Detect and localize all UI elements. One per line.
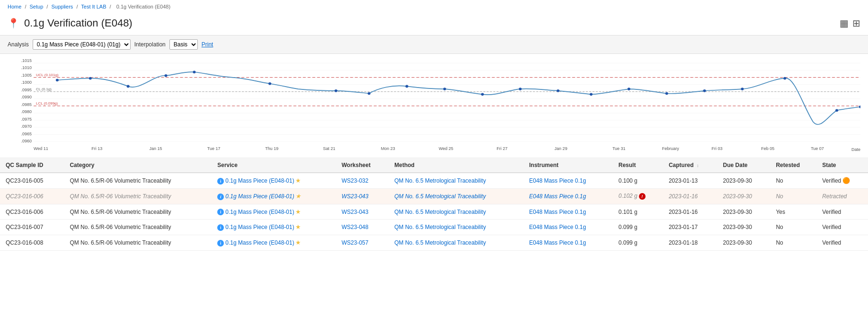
info-icon: i — [217, 178, 224, 185]
cell-due-date: 2023-09-30 — [717, 204, 771, 220]
page-title: 0.1g Verification (E048) — [24, 17, 133, 29]
cell-retested: No — [770, 188, 816, 204]
svg-point-34 — [703, 89, 706, 92]
worksheet-link[interactable]: WS23-043 — [342, 209, 369, 215]
analysis-label: Analysis — [8, 41, 29, 48]
breadcrumb-testit[interactable]: Test It LAB — [81, 4, 106, 9]
method-link[interactable]: QM No. 6.5 Metrological Traceability — [394, 209, 486, 215]
cell-result: 0.102 g! — [613, 188, 663, 204]
svg-point-28 — [481, 93, 484, 96]
analysis-select[interactable]: 0.1g Mass Piece (E048-01) (01g) — [33, 39, 131, 50]
svg-text:LCL (0.099g): LCL (0.099g) — [36, 101, 58, 106]
service-link[interactable]: 0.1g Mass Piece (E048-01) — [225, 239, 294, 246]
info-icon: i — [217, 209, 224, 215]
instrument-link[interactable]: E048 Mass Piece 0.1g — [529, 193, 586, 200]
col-header-qc-sample-id: QC Sample ID — [0, 158, 64, 173]
svg-point-26 — [406, 85, 408, 88]
cell-due-date: 2023-09-30 — [717, 173, 771, 188]
breadcrumb-home[interactable]: Home — [8, 4, 21, 9]
x-axis: Wed 11 Fri 13 Jan 15 Tue 17 Thu 19 Sat 2… — [34, 144, 860, 153]
star-icon: ★ — [295, 208, 301, 215]
table-row: QC23-016-006QM No. 6.5/R-06 Volumetric T… — [0, 204, 868, 220]
method-link[interactable]: QM No. 6.5 Metrological Traceability — [394, 224, 486, 230]
col-header-category: Category — [64, 158, 212, 173]
cell-service: i0.1g Mass Piece (E048-01)★ — [212, 235, 336, 251]
cell-retested: No — [770, 173, 816, 188]
cell-worksheet: WS23-048 — [336, 220, 389, 235]
instrument-link[interactable]: E048 Mass Piece 0.1g — [529, 239, 586, 246]
cell-method: QM No. 6.5 Metrological Traceability — [389, 235, 523, 251]
cell-category: QM No. 6.5/R-06 Volumetric Traceability — [64, 220, 212, 235]
method-link[interactable]: QM No. 6.5 Metrological Traceability — [394, 177, 486, 184]
svg-point-32 — [628, 88, 630, 90]
verified-emoji: 🟠 — [842, 177, 850, 184]
instrument-link[interactable]: E048 Mass Piece 0.1g — [529, 177, 586, 184]
method-link[interactable]: QM No. 6.5 Metrological Traceability — [394, 193, 486, 200]
method-link[interactable]: QM No. 6.5 Metrological Traceability — [394, 239, 486, 246]
cell-instrument: E048 Mass Piece 0.1g — [523, 173, 613, 188]
worksheet-link[interactable]: WS23-057 — [342, 239, 369, 246]
col-header-due-date: Due Date — [717, 158, 771, 173]
barcode-icon[interactable]: ▦ — [840, 18, 849, 29]
cell-worksheet: WS23-043 — [336, 204, 389, 220]
col-header-state: State — [816, 158, 868, 173]
svg-point-23 — [268, 82, 271, 85]
cell-state: Retracted — [816, 188, 868, 204]
warning-icon: ! — [639, 193, 646, 200]
breadcrumb-setup[interactable]: Setup — [30, 4, 44, 9]
service-link[interactable]: 0.1g Mass Piece (E048-01) — [225, 193, 294, 200]
cell-qc-sample-id: QC23-016-006 — [0, 188, 64, 204]
col-header-worksheet: Worksheet — [336, 158, 389, 173]
worksheet-link[interactable]: WS23-043 — [342, 193, 369, 200]
cell-category: QM No. 6.5/R-06 Volumetric Traceability — [64, 235, 212, 251]
cell-due-date: 2023-09-30 — [717, 220, 771, 235]
worksheet-link[interactable]: WS23-048 — [342, 224, 369, 230]
svg-point-22 — [193, 71, 195, 73]
col-header-captured[interactable]: Captured ↕ — [663, 158, 717, 173]
svg-point-24 — [335, 89, 337, 92]
service-link[interactable]: 0.1g Mass Piece (E048-01) — [225, 177, 294, 184]
interpolation-label: Interpolation — [134, 41, 166, 48]
svg-point-20 — [127, 85, 130, 88]
svg-point-21 — [165, 74, 168, 77]
col-header-method: Method — [389, 158, 523, 173]
service-link[interactable]: 0.1g Mass Piece (E048-01) — [225, 224, 294, 230]
toolbar: Analysis 0.1g Mass Piece (E048-01) (01g)… — [0, 35, 868, 54]
cell-result: 0.099 g — [613, 235, 663, 251]
cell-captured: 2023-01-18 — [663, 235, 717, 251]
svg-point-35 — [741, 88, 744, 90]
print-button[interactable]: Print — [202, 41, 213, 48]
cell-instrument: E048 Mass Piece 0.1g — [523, 188, 613, 204]
svg-point-18 — [56, 79, 59, 81]
breadcrumb-suppliers[interactable]: Suppliers — [51, 4, 73, 9]
cell-method: QM No. 6.5 Metrological Traceability — [389, 204, 523, 220]
table-row: QC23-016-005QM No. 6.5/R-06 Volumetric T… — [0, 173, 868, 188]
instrument-link[interactable]: E048 Mass Piece 0.1g — [529, 209, 586, 215]
worksheet-link[interactable]: WS23-032 — [342, 177, 369, 184]
cell-service: i0.1g Mass Piece (E048-01)★ — [212, 220, 336, 235]
cell-state: Verified 🟠 — [816, 173, 868, 188]
interpolation-select[interactable]: Basis — [169, 39, 198, 50]
svg-point-30 — [557, 89, 559, 92]
instrument-link[interactable]: E048 Mass Piece 0.1g — [529, 224, 586, 230]
cell-worksheet: WS23-032 — [336, 173, 389, 188]
star-icon: ★ — [295, 193, 301, 200]
cell-category: QM No. 6.5/R-06 Volumetric Traceability — [64, 188, 212, 204]
info-icon: i — [217, 224, 224, 231]
svg-point-31 — [590, 93, 593, 96]
cell-category: QM No. 6.5/R-06 Volumetric Traceability — [64, 173, 212, 188]
service-link[interactable]: 0.1g Mass Piece (E048-01) — [225, 209, 294, 215]
cell-due-date: 2023-09-30 — [717, 235, 771, 251]
cell-service: i0.1g Mass Piece (E048-01)★ — [212, 204, 336, 220]
chart-svg: UCL (0.101g) CL (0.1g) LCL (0.099g) — [34, 59, 860, 143]
cell-retested: Yes — [770, 204, 816, 220]
data-table: QC Sample ID Category Service Worksheet … — [0, 158, 868, 251]
cell-service: i0.1g Mass Piece (E048-01)★ — [212, 173, 336, 188]
cell-method: QM No. 6.5 Metrological Traceability — [389, 188, 523, 204]
table-row: QC23-016-007QM No. 6.5/R-06 Volumetric T… — [0, 220, 868, 235]
cell-state: Verified — [816, 220, 868, 235]
data-table-wrapper: QC Sample ID Category Service Worksheet … — [0, 158, 868, 251]
grid-icon[interactable]: ⊞ — [852, 18, 860, 29]
cell-retested: No — [770, 220, 816, 235]
breadcrumb: Home / Setup / Suppliers / Test It LAB /… — [0, 0, 868, 13]
